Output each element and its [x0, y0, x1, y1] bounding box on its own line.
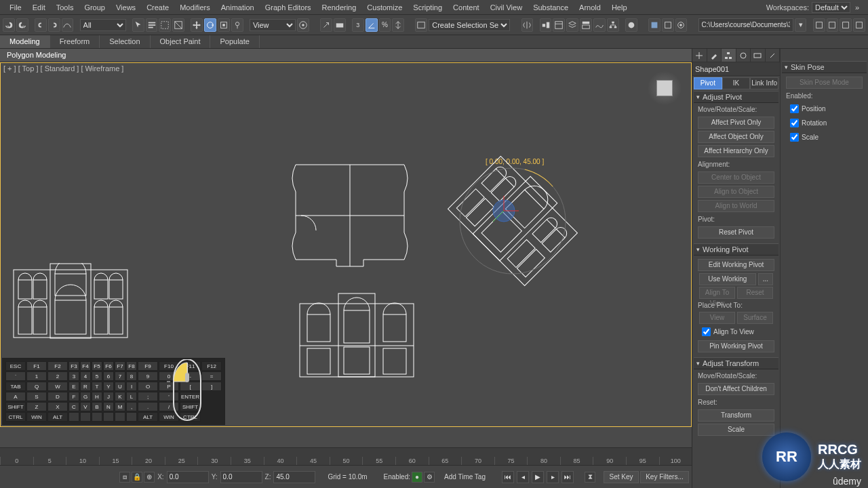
- menu-civilview[interactable]: Civil View: [485, 1, 528, 14]
- menu-create[interactable]: Create: [141, 1, 174, 14]
- select-by-name-button[interactable]: [146, 18, 158, 32]
- pin-working-pivot-button[interactable]: Pin Working Pivot: [698, 340, 774, 352]
- add-time-tag-button[interactable]: Add Time Tag: [444, 473, 486, 481]
- align-to-object-button[interactable]: Align to Object: [698, 186, 774, 198]
- project-path-flyout-button[interactable]: ▾: [795, 18, 807, 32]
- workspaces-arrow-icon[interactable]: »: [850, 3, 864, 12]
- select-rotate-button[interactable]: [204, 18, 216, 32]
- dont-affect-children-button[interactable]: Don't Affect Children: [698, 383, 774, 395]
- menu-customize[interactable]: Customize: [361, 1, 408, 14]
- menu-scripting[interactable]: Scripting: [408, 1, 448, 14]
- ribbon-tab-modeling[interactable]: Modeling: [0, 35, 50, 48]
- menu-edit[interactable]: Edit: [27, 1, 51, 14]
- cmd-tab-modify[interactable]: [707, 49, 722, 62]
- select-place-button[interactable]: [231, 18, 243, 32]
- pill-pivot[interactable]: Pivot: [694, 77, 722, 89]
- use-pivot-center-button[interactable]: [297, 18, 309, 32]
- ribbon-tab-objectpaint[interactable]: Object Paint: [151, 35, 211, 48]
- affect-hierarchy-only-button[interactable]: Affect Hierarchy Only: [698, 145, 774, 157]
- key-filters-button[interactable]: Key Filters...: [640, 471, 689, 483]
- unlink-button[interactable]: [48, 18, 60, 32]
- prev-frame-button[interactable]: ◂: [517, 471, 529, 483]
- affect-pivot-only-button[interactable]: Affect Pivot Only: [698, 117, 774, 129]
- select-scale-button[interactable]: [218, 18, 230, 32]
- named-selection-select[interactable]: Create Selection Se: [429, 19, 510, 31]
- center-to-object-button[interactable]: Center to Object: [698, 171, 774, 184]
- ref-coord-select[interactable]: View: [250, 19, 296, 31]
- angle-snap-button[interactable]: [366, 18, 378, 32]
- material-editor-button[interactable]: [625, 18, 637, 32]
- enabled-settings-icon[interactable]: ⚙: [424, 472, 435, 483]
- menu-animation[interactable]: Animation: [216, 1, 260, 14]
- object-name-input[interactable]: [692, 63, 781, 75]
- undo-button[interactable]: [3, 18, 15, 32]
- skin-pose-mode-button[interactable]: Skin Pose Mode: [786, 77, 862, 89]
- time-config-icon[interactable]: ⧗: [585, 472, 595, 483]
- cmd-tab-utilities[interactable]: [766, 49, 781, 62]
- extra-tool-1-button[interactable]: [813, 18, 825, 32]
- spinner-snap-button[interactable]: [392, 18, 404, 32]
- link-button[interactable]: [35, 18, 47, 32]
- workspaces-select[interactable]: Default: [812, 2, 850, 13]
- menu-arnold[interactable]: Arnold: [574, 1, 606, 14]
- menu-grapheditors[interactable]: Graph Editors: [260, 1, 317, 14]
- rollout-working-pivot-header[interactable]: Working Pivot: [694, 243, 778, 256]
- menu-tools[interactable]: Tools: [51, 1, 79, 14]
- goto-start-button[interactable]: ⏮: [502, 471, 514, 483]
- cmd-tab-display[interactable]: [751, 49, 766, 62]
- edit-working-pivot-button[interactable]: Edit Working Pivot: [698, 259, 774, 271]
- top-viewport[interactable]: [ + ] [ Top ] [ Standard ] [ Wireframe ]…: [0, 62, 692, 427]
- keyboard-shortcut-override-button[interactable]: [334, 18, 346, 32]
- cmd-tab-motion[interactable]: [736, 49, 751, 62]
- ribbon-tab-populate[interactable]: Populate: [210, 35, 259, 48]
- z-coord-input[interactable]: [273, 471, 315, 483]
- wp-align-to-view-button[interactable]: Align To View: [699, 287, 735, 299]
- set-key-button[interactable]: Set Key: [604, 471, 639, 483]
- viewcube[interactable]: [648, 71, 682, 105]
- isolate-selection-icon[interactable]: ⧈: [119, 472, 130, 483]
- bind-spacewarp-button[interactable]: [62, 18, 74, 32]
- align-to-world-button[interactable]: Align to World: [698, 200, 774, 212]
- place-pivot-view-button[interactable]: View: [699, 312, 735, 324]
- viewport-label-flyout-icon[interactable]: ▾: [89, 65, 93, 74]
- menu-group[interactable]: Group: [79, 1, 111, 14]
- rect-select-region-button[interactable]: [159, 18, 171, 32]
- x-coord-input[interactable]: [167, 471, 209, 483]
- menu-rendering[interactable]: Rendering: [317, 1, 362, 14]
- enabled-dot-icon[interactable]: ●: [412, 472, 422, 483]
- y-coord-input[interactable]: [220, 471, 262, 483]
- use-working-pivot-button[interactable]: Use Working Pivot: [699, 273, 756, 285]
- menu-modifiers[interactable]: Modifiers: [174, 1, 216, 14]
- pill-ik[interactable]: IK: [722, 77, 751, 89]
- select-manipulate-button[interactable]: [320, 18, 332, 32]
- select-move-button[interactable]: [191, 18, 203, 32]
- mirror-button[interactable]: [521, 18, 534, 32]
- align-to-view-checkbox[interactable]: Align To View: [699, 325, 773, 338]
- rollout-adjust-transform-header[interactable]: Adjust Transform: [694, 357, 778, 369]
- redo-button[interactable]: [16, 18, 28, 32]
- rollout-skin-pose-header[interactable]: Skin Pose: [782, 61, 867, 73]
- menu-substance[interactable]: Substance: [528, 1, 574, 14]
- reset-pivot-button[interactable]: Reset Pivot: [698, 226, 774, 239]
- menu-file[interactable]: File: [4, 1, 27, 14]
- align-button[interactable]: [540, 18, 552, 32]
- toggle-layer-explorer-button[interactable]: [566, 18, 578, 32]
- play-button[interactable]: ▶: [532, 471, 544, 483]
- curve-editor-button[interactable]: [593, 18, 606, 32]
- goto-end-button[interactable]: ⏭: [561, 471, 574, 483]
- skin-pose-rotation-checkbox[interactable]: Rotation: [787, 117, 861, 129]
- cmd-tab-hierarchy[interactable]: [722, 49, 736, 62]
- skin-pose-position-checkbox[interactable]: Position: [787, 102, 861, 115]
- rollout-adjust-pivot-header[interactable]: Adjust Pivot: [694, 91, 778, 103]
- menu-content[interactable]: Content: [448, 1, 485, 14]
- use-working-pivot-flyout-button[interactable]: ...: [758, 273, 773, 285]
- snap-toggle-3-button[interactable]: 3: [352, 18, 364, 32]
- edit-named-sel-button[interactable]: [415, 18, 427, 32]
- extra-tool-3-button[interactable]: [840, 18, 852, 32]
- toggle-ribbon-button[interactable]: [580, 18, 592, 32]
- toggle-scene-explorer-button[interactable]: [553, 18, 565, 32]
- render-setup-button[interactable]: [648, 18, 660, 32]
- affect-object-only-button[interactable]: Affect Object Only: [698, 131, 774, 143]
- schematic-view-button[interactable]: [607, 18, 619, 32]
- absolute-mode-icon[interactable]: ⊕: [144, 472, 155, 483]
